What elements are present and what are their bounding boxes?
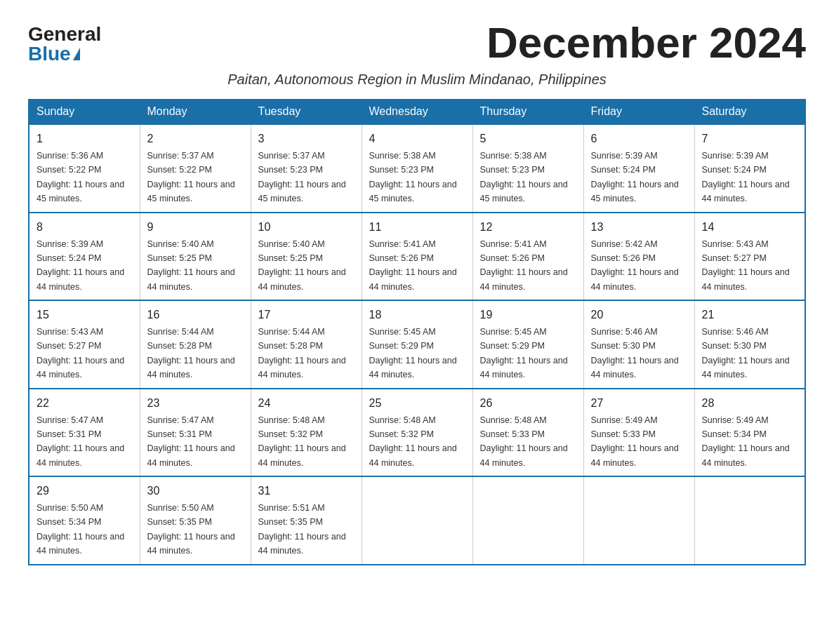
day-number: 29 <box>37 483 133 499</box>
day-info: Sunrise: 5:46 AMSunset: 5:30 PMDaylight:… <box>702 327 790 380</box>
table-row: 1 Sunrise: 5:36 AMSunset: 5:22 PMDayligh… <box>29 124 140 213</box>
page-subtitle: Paitan, Autonomous Region in Muslim Mind… <box>28 72 806 88</box>
day-info: Sunrise: 5:47 AMSunset: 5:31 PMDaylight:… <box>37 415 124 468</box>
table-row: 30 Sunrise: 5:50 AMSunset: 5:35 PMDaylig… <box>140 476 251 565</box>
table-row: 18 Sunrise: 5:45 AMSunset: 5:29 PMDaylig… <box>362 300 472 389</box>
table-row: 9 Sunrise: 5:40 AMSunset: 5:25 PMDayligh… <box>140 213 251 301</box>
day-number: 21 <box>702 307 798 323</box>
day-number: 30 <box>147 483 244 499</box>
table-row: 19 Sunrise: 5:45 AMSunset: 5:29 PMDaylig… <box>472 300 583 389</box>
day-number: 27 <box>591 395 687 412</box>
day-number: 20 <box>591 307 687 323</box>
day-info: Sunrise: 5:41 AMSunset: 5:26 PMDaylight:… <box>369 239 457 292</box>
day-info: Sunrise: 5:45 AMSunset: 5:29 PMDaylight:… <box>480 327 568 380</box>
day-number: 26 <box>480 395 576 412</box>
day-info: Sunrise: 5:51 AMSunset: 5:35 PMDaylight:… <box>258 503 346 556</box>
table-row: 7 Sunrise: 5:39 AMSunset: 5:24 PMDayligh… <box>694 124 805 213</box>
table-row: 28 Sunrise: 5:49 AMSunset: 5:34 PMDaylig… <box>694 389 805 477</box>
header-sunday: Sunday <box>29 100 140 125</box>
month-title: December 2024 <box>486 21 806 65</box>
day-info: Sunrise: 5:40 AMSunset: 5:25 PMDaylight:… <box>258 239 346 292</box>
day-number: 1 <box>37 130 133 147</box>
day-info: Sunrise: 5:48 AMSunset: 5:33 PMDaylight:… <box>480 415 568 468</box>
table-row: 13 Sunrise: 5:42 AMSunset: 5:26 PMDaylig… <box>583 213 694 301</box>
day-info: Sunrise: 5:41 AMSunset: 5:26 PMDaylight:… <box>480 239 568 292</box>
page-header: General Blue December 2024 <box>28 21 806 65</box>
day-info: Sunrise: 5:44 AMSunset: 5:28 PMDaylight:… <box>258 327 346 380</box>
day-number: 2 <box>147 130 244 147</box>
table-row: 26 Sunrise: 5:48 AMSunset: 5:33 PMDaylig… <box>472 389 583 477</box>
day-info: Sunrise: 5:46 AMSunset: 5:30 PMDaylight:… <box>591 327 679 380</box>
table-row: 14 Sunrise: 5:43 AMSunset: 5:27 PMDaylig… <box>694 213 805 301</box>
calendar-table: Sunday Monday Tuesday Wednesday Thursday… <box>28 99 806 565</box>
table-row: 20 Sunrise: 5:46 AMSunset: 5:30 PMDaylig… <box>583 300 694 389</box>
table-row <box>362 476 472 565</box>
day-number: 7 <box>702 130 798 147</box>
day-number: 28 <box>702 395 798 412</box>
calendar-week-row: 8 Sunrise: 5:39 AMSunset: 5:24 PMDayligh… <box>29 213 805 301</box>
day-number: 4 <box>369 130 465 147</box>
table-row: 31 Sunrise: 5:51 AMSunset: 5:35 PMDaylig… <box>251 476 362 565</box>
table-row: 23 Sunrise: 5:47 AMSunset: 5:31 PMDaylig… <box>140 389 251 477</box>
table-row <box>694 476 805 565</box>
calendar-week-row: 29 Sunrise: 5:50 AMSunset: 5:34 PMDaylig… <box>29 476 805 565</box>
day-info: Sunrise: 5:43 AMSunset: 5:27 PMDaylight:… <box>37 327 124 380</box>
day-number: 3 <box>258 130 355 147</box>
day-number: 10 <box>258 219 355 236</box>
day-info: Sunrise: 5:40 AMSunset: 5:25 PMDaylight:… <box>147 239 235 292</box>
day-info: Sunrise: 5:48 AMSunset: 5:32 PMDaylight:… <box>258 415 346 468</box>
table-row: 11 Sunrise: 5:41 AMSunset: 5:26 PMDaylig… <box>362 213 472 301</box>
calendar-week-row: 1 Sunrise: 5:36 AMSunset: 5:22 PMDayligh… <box>29 124 805 213</box>
calendar-week-row: 22 Sunrise: 5:47 AMSunset: 5:31 PMDaylig… <box>29 389 805 477</box>
logo: General Blue <box>28 25 101 64</box>
header-tuesday: Tuesday <box>251 100 362 125</box>
table-row: 24 Sunrise: 5:48 AMSunset: 5:32 PMDaylig… <box>251 389 362 477</box>
day-info: Sunrise: 5:38 AMSunset: 5:23 PMDaylight:… <box>369 151 457 203</box>
day-info: Sunrise: 5:39 AMSunset: 5:24 PMDaylight:… <box>702 151 790 203</box>
day-info: Sunrise: 5:48 AMSunset: 5:32 PMDaylight:… <box>369 415 457 468</box>
day-info: Sunrise: 5:39 AMSunset: 5:24 PMDaylight:… <box>37 239 124 292</box>
day-number: 8 <box>37 219 133 236</box>
table-row: 29 Sunrise: 5:50 AMSunset: 5:34 PMDaylig… <box>29 476 140 565</box>
day-info: Sunrise: 5:47 AMSunset: 5:31 PMDaylight:… <box>147 415 235 468</box>
table-row: 4 Sunrise: 5:38 AMSunset: 5:23 PMDayligh… <box>362 124 472 213</box>
table-row: 6 Sunrise: 5:39 AMSunset: 5:24 PMDayligh… <box>583 124 694 213</box>
day-number: 19 <box>480 307 576 323</box>
day-number: 31 <box>258 483 355 499</box>
table-row: 17 Sunrise: 5:44 AMSunset: 5:28 PMDaylig… <box>251 300 362 389</box>
day-number: 22 <box>37 395 133 412</box>
header-wednesday: Wednesday <box>362 100 472 125</box>
day-number: 15 <box>37 307 133 323</box>
table-row: 8 Sunrise: 5:39 AMSunset: 5:24 PMDayligh… <box>29 213 140 301</box>
table-row: 21 Sunrise: 5:46 AMSunset: 5:30 PMDaylig… <box>694 300 805 389</box>
day-number: 9 <box>147 219 244 236</box>
day-info: Sunrise: 5:49 AMSunset: 5:33 PMDaylight:… <box>591 415 679 468</box>
day-number: 6 <box>591 130 687 147</box>
day-number: 17 <box>258 307 355 323</box>
day-number: 13 <box>591 219 687 236</box>
day-info: Sunrise: 5:37 AMSunset: 5:23 PMDaylight:… <box>258 151 346 203</box>
day-number: 23 <box>147 395 244 412</box>
day-number: 25 <box>369 395 465 412</box>
day-info: Sunrise: 5:43 AMSunset: 5:27 PMDaylight:… <box>702 239 790 292</box>
logo-blue-text: Blue <box>28 44 80 64</box>
table-row <box>583 476 694 565</box>
table-row: 3 Sunrise: 5:37 AMSunset: 5:23 PMDayligh… <box>251 124 362 213</box>
day-number: 12 <box>480 219 576 236</box>
table-row: 15 Sunrise: 5:43 AMSunset: 5:27 PMDaylig… <box>29 300 140 389</box>
day-info: Sunrise: 5:45 AMSunset: 5:29 PMDaylight:… <box>369 327 457 380</box>
day-info: Sunrise: 5:36 AMSunset: 5:22 PMDaylight:… <box>37 151 124 203</box>
header-monday: Monday <box>140 100 251 125</box>
table-row: 10 Sunrise: 5:40 AMSunset: 5:25 PMDaylig… <box>251 213 362 301</box>
table-row: 16 Sunrise: 5:44 AMSunset: 5:28 PMDaylig… <box>140 300 251 389</box>
table-row <box>472 476 583 565</box>
table-row: 2 Sunrise: 5:37 AMSunset: 5:22 PMDayligh… <box>140 124 251 213</box>
day-number: 5 <box>480 130 576 147</box>
day-number: 16 <box>147 307 244 323</box>
table-row: 22 Sunrise: 5:47 AMSunset: 5:31 PMDaylig… <box>29 389 140 477</box>
table-row: 25 Sunrise: 5:48 AMSunset: 5:32 PMDaylig… <box>362 389 472 477</box>
day-number: 24 <box>258 395 355 412</box>
header-saturday: Saturday <box>694 100 805 125</box>
day-info: Sunrise: 5:50 AMSunset: 5:35 PMDaylight:… <box>147 503 235 556</box>
day-info: Sunrise: 5:39 AMSunset: 5:24 PMDaylight:… <box>591 151 679 203</box>
